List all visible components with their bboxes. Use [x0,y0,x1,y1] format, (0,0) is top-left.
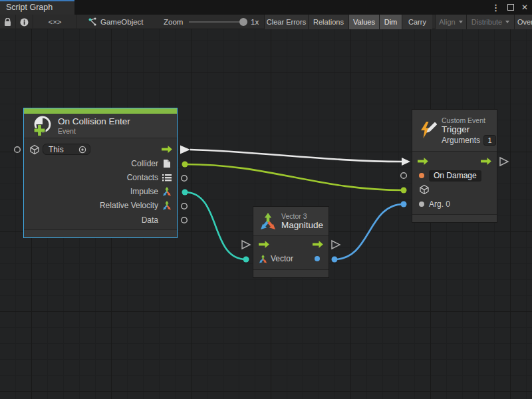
target-object-value: This [49,145,64,154]
gameobject-cube-icon [29,144,40,155]
wire-impulse[interactable] [185,192,246,259]
port-label-data: Data [142,215,158,225]
vector3-icon [259,255,267,263]
flow-in-arrow-icon[interactable] [418,158,428,165]
toolbar: <×> GameObject Zoom 1x Clear Errors Rela… [0,15,532,29]
port-magnitude-value-output[interactable] [332,257,338,263]
port-relative-velocity-output[interactable] [182,203,188,209]
list-icon [162,174,172,182]
info-button[interactable] [16,15,33,29]
event-name-field[interactable]: On Damage [429,170,481,182]
collider-icon [163,159,171,168]
port-label-relative-velocity: Relative Velocity [100,201,158,210]
gameobject-label: GameObject [100,18,144,26]
zoom-slider-knob[interactable] [239,18,247,26]
arg0-port-icon [419,201,424,207]
tab-script-graph[interactable]: Script Graph [0,0,74,15]
node-type-label: Vector 3 [281,212,323,220]
event-color-strip [24,108,177,114]
target-object-field[interactable]: This [43,144,90,155]
align-label: Align [439,18,455,26]
title-bar: Script Graph ⋮ ✕ [0,0,532,15]
port-label-arg0: Arg. 0 [429,200,450,209]
port-label-impulse: Impulse [130,187,158,196]
port-contacts-output[interactable] [182,176,188,182]
node-title: Magnitude [281,220,323,230]
zoom-label: Zoom [164,15,183,29]
lock-button[interactable] [0,15,16,29]
gameobject-icon [88,17,97,27]
port-this-input[interactable] [15,147,21,153]
port-trigger-flow-input[interactable] [402,158,410,166]
port-trigger-target-input[interactable] [401,188,407,194]
port-impulse-output[interactable] [182,190,188,196]
distribute-button[interactable]: Distribute [466,15,514,29]
port-collider-output[interactable] [182,162,188,168]
flow-in-arrow-icon[interactable] [259,241,269,248]
port-label-contacts: Contacts [127,173,158,182]
dim-button[interactable]: Dim [379,15,402,29]
node-custom-event-trigger[interactable]: Custom Event Trigger Arguments 1 On Dama… [412,109,497,223]
float-output-port-icon[interactable] [315,256,320,261]
gameobject-cube-icon [419,184,430,195]
vector3-icon [162,187,172,196]
port-vector-input[interactable] [243,257,249,263]
align-button[interactable]: Align [435,15,466,29]
gameobject-chip[interactable]: GameObject [88,15,144,29]
tab-label: Script Graph [6,3,53,12]
port-label-collider: Collider [131,159,158,168]
align-caret-icon [459,21,463,23]
string-port-icon [419,173,424,178]
code-icon: <×> [48,18,61,26]
node-footer [253,269,329,277]
port-event-name-input[interactable] [401,173,407,179]
node-footer [412,214,497,222]
arguments-label: Arguments [442,136,480,145]
node-subtitle: Event [58,127,130,135]
zoom-value: 1x [251,15,259,29]
flow-out-arrow-icon[interactable] [481,158,491,165]
node-magnitude[interactable]: Vector 3 Magnitude Vector [253,206,329,278]
flow-out-arrow-icon[interactable] [162,146,172,153]
lock-icon [4,18,11,27]
distribute-label: Distribute [471,18,502,26]
port-trigger-flow-output[interactable] [500,158,508,166]
node-type-label: Custom Event [442,116,496,124]
node-title: On Collision Enter [58,116,130,126]
zoom-slider[interactable] [189,21,245,23]
port-flow-output[interactable] [180,146,190,154]
flow-out-arrow-icon[interactable] [313,241,323,248]
custom-event-icon [418,121,437,140]
node-title: Trigger [442,124,496,134]
menu-icon[interactable]: ⋮ [491,3,500,13]
overview-button[interactable]: Overv [514,15,532,29]
node-footer [24,229,177,237]
node-on-collision-enter[interactable]: On Collision Enter Event This Collider [23,108,178,238]
object-picker-icon[interactable] [78,146,86,154]
clear-errors-button[interactable]: Clear Errors [264,15,308,29]
arguments-count-field[interactable]: 1 [483,135,496,146]
relations-button[interactable]: Relations [308,15,348,29]
maximize-icon[interactable] [507,4,514,11]
event-icon [31,115,53,137]
wire-magnitude[interactable] [334,204,404,259]
port-magnitude-flow-input[interactable] [242,241,250,249]
carry-button[interactable]: Carry [402,15,432,29]
wire-collider[interactable] [185,164,404,190]
vector3-icon [162,201,172,210]
values-button[interactable]: Values [348,15,379,29]
graph-canvas[interactable]: On Collision Enter Event This Collider [0,29,532,399]
code-view-button[interactable]: <×> [33,15,77,29]
port-label-vector: Vector [271,254,293,263]
wire-flow[interactable] [190,150,402,162]
distribute-caret-icon [505,21,509,23]
info-icon [20,18,29,27]
port-magnitude-flow-output[interactable] [332,241,340,249]
port-data-output[interactable] [182,217,188,223]
close-icon[interactable]: ✕ [521,3,528,12]
port-arg0-input[interactable] [401,201,407,207]
vector3-icon [259,213,277,230]
